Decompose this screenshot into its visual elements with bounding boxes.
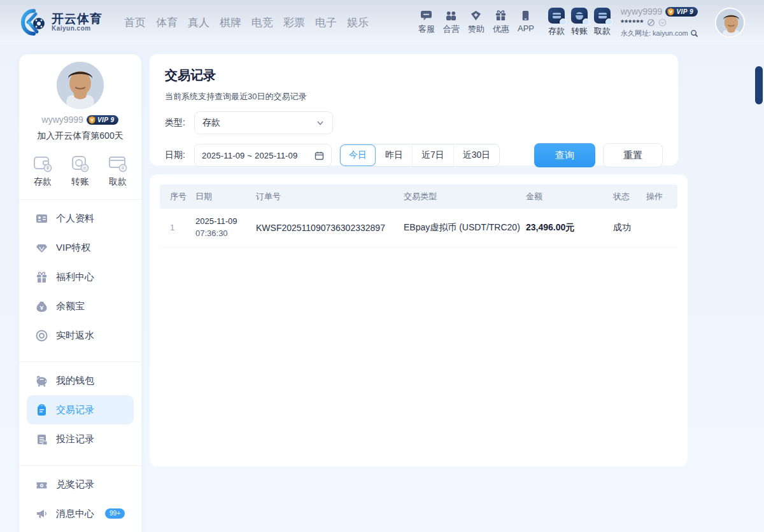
- sidebar-vip-badge: VIP 9: [87, 115, 119, 125]
- header-wallet-actions: 存款 转账 取款: [548, 8, 611, 37]
- customer-service-icon: [420, 10, 433, 22]
- sponsor-link[interactable]: 赞助: [468, 10, 485, 35]
- scrollbar-thumb[interactable]: [755, 66, 763, 104]
- sidebar-item-yuebao[interactable]: 余额宝: [27, 291, 134, 321]
- sidebar-item-welfare[interactable]: 福利中心: [27, 262, 134, 291]
- sidebar-withdraw-label: 取款: [109, 176, 127, 188]
- sidebar: wywy9999 VIP 9 加入开云体育第600天 存款 转账 取款 个人资料…: [19, 54, 141, 532]
- prize-label: 兑奖记录: [56, 479, 94, 491]
- sidebar-deposit-action[interactable]: 存款: [33, 155, 52, 188]
- brand-domain: Kaiyun.com: [52, 25, 103, 32]
- partnership-icon: [445, 10, 458, 22]
- yuebao-label: 余额宝: [56, 300, 85, 312]
- sidebar-avatar-image-icon: [57, 62, 104, 109]
- sidebar-item-bets[interactable]: 投注记录: [27, 424, 134, 454]
- query-button[interactable]: 查询: [534, 143, 595, 167]
- promo-icon: [495, 10, 507, 22]
- sidebar-item-prize[interactable]: 兑奖记录: [27, 470, 134, 499]
- withdraw-icon: [594, 8, 611, 24]
- rebate-icon: [36, 330, 48, 342]
- promo-link[interactable]: 优惠: [493, 10, 509, 35]
- permanent-url: 永久网址: kaiyun.com: [621, 29, 688, 38]
- nav-cards[interactable]: 棋牌: [220, 15, 241, 30]
- range-30days[interactable]: 近30日: [454, 144, 500, 166]
- withdraw-action[interactable]: 取款: [594, 8, 611, 37]
- brand-logo[interactable]: 开云体育 Kaiyun.com: [20, 9, 103, 36]
- sponsor-label: 赞助: [468, 24, 485, 35]
- range-7days[interactable]: 近7日: [413, 144, 454, 166]
- brand-name: 开云体育: [52, 13, 103, 25]
- sidebar-vip-label: VIP 9: [97, 116, 115, 123]
- sidebar-menu-group1: 个人资料 VIP特权 福利中心 余额宝 实时返水: [19, 200, 141, 350]
- kaiyun-logo-icon: [20, 9, 47, 36]
- transfer-outline-icon: [71, 155, 90, 172]
- header-user-info: wywy9999 VIP 9 ****** 永久网址: kaiyun.com: [621, 6, 710, 38]
- range-today[interactable]: 今日: [340, 144, 376, 166]
- sidebar-item-profile[interactable]: 个人资料: [27, 204, 134, 233]
- sidebar-avatar[interactable]: [57, 62, 104, 109]
- app-icon: [520, 10, 532, 22]
- withdraw-outline-icon: [108, 155, 127, 172]
- page-title: 交易记录: [165, 67, 663, 84]
- deposit-outline-icon: [33, 155, 52, 172]
- welfare-label: 福利中心: [56, 271, 94, 283]
- customer-service-link[interactable]: 客服: [418, 10, 435, 35]
- top-header: 开云体育 Kaiyun.com 首页 体育 真人 棋牌 电竞 彩票 电子 娱乐 …: [0, 0, 764, 45]
- bet-record-icon: [36, 433, 48, 445]
- nav-lottery[interactable]: 彩票: [283, 15, 305, 30]
- nav-sports[interactable]: 体育: [156, 15, 178, 30]
- cell-index: 1: [170, 223, 195, 232]
- date-range-input[interactable]: 2025-11-09 ~ 2025-11-09: [194, 144, 332, 167]
- nav-slots[interactable]: 电子: [315, 15, 337, 30]
- date-filter-row: 日期: 2025-11-09 ~ 2025-11-09 今日 昨日 近7日 近3…: [165, 143, 663, 167]
- transactions-icon: [36, 404, 48, 416]
- deposit-label: 存款: [548, 25, 565, 37]
- type-label: 类型:: [165, 117, 194, 129]
- partnership-link[interactable]: 合营: [443, 10, 460, 35]
- nav-esports[interactable]: 电竞: [251, 15, 273, 30]
- filter-card: 交易记录 当前系统支持查询最近30日的交易记录 类型: 存款 日期: 2025-…: [150, 54, 678, 165]
- reset-button[interactable]: 重置: [603, 143, 663, 167]
- profile-icon: [36, 213, 48, 225]
- sidebar-item-transactions[interactable]: 交易记录: [27, 395, 134, 424]
- user-avatar[interactable]: [715, 8, 745, 38]
- sidebar-quick-actions: 存款 转账 取款: [19, 155, 141, 188]
- calendar-icon: [315, 151, 324, 160]
- sidebar-transfer-label: 转账: [71, 176, 89, 188]
- chevron-circle-icon[interactable]: [658, 18, 667, 27]
- nav-home[interactable]: 首页: [124, 15, 146, 30]
- cell-status: 成功: [613, 222, 646, 234]
- table-row: 1 2025-11-09 07:36:30 KWSF20251109073630…: [160, 209, 677, 248]
- transactions-label: 交易记录: [56, 404, 94, 416]
- sidebar-menu-group2: 我的钱包 交易记录 投注记录: [19, 362, 141, 454]
- sidebar-item-messages[interactable]: 消息中心 99+: [27, 499, 134, 528]
- col-date: 日期: [195, 191, 256, 202]
- eye-off-icon[interactable]: [647, 18, 655, 27]
- nav-entertainment[interactable]: 娱乐: [347, 15, 369, 30]
- type-select[interactable]: 存款: [194, 111, 333, 134]
- deposit-action[interactable]: 存款: [548, 8, 565, 37]
- sponsor-icon: [470, 10, 483, 22]
- prize-record-icon: [36, 479, 48, 491]
- deposit-icon: [548, 8, 565, 24]
- sidebar-transfer-action[interactable]: 转账: [71, 155, 90, 188]
- transfer-icon: [571, 8, 588, 24]
- rebate-label: 实时返水: [56, 330, 94, 342]
- sidebar-withdraw-action[interactable]: 取款: [108, 155, 127, 188]
- bets-label: 投注记录: [56, 433, 94, 445]
- sidebar-item-rebate[interactable]: 实时返水: [27, 321, 134, 350]
- transfer-action[interactable]: 转账: [571, 8, 588, 37]
- col-index: 序号: [170, 191, 195, 202]
- range-yesterday[interactable]: 昨日: [376, 144, 413, 166]
- nav-live[interactable]: 真人: [188, 15, 209, 30]
- type-filter-row: 类型: 存款: [165, 111, 663, 134]
- transfer-label: 转账: [571, 25, 588, 37]
- sidebar-item-wallet[interactable]: 我的钱包: [27, 366, 134, 395]
- vip-diamond-icon: [36, 242, 48, 254]
- vip-shield-icon: [88, 116, 96, 124]
- sidebar-item-vip[interactable]: VIP特权: [27, 233, 134, 262]
- app-link[interactable]: APP: [518, 10, 534, 35]
- magnifier-icon[interactable]: [690, 29, 698, 38]
- date-range-value: 2025-11-09 ~ 2025-11-09: [202, 151, 297, 160]
- col-action: 操作: [646, 191, 677, 202]
